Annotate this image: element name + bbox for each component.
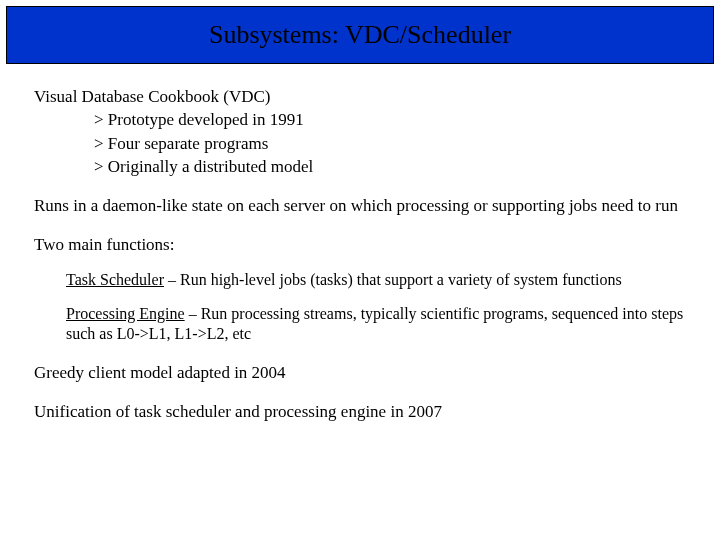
two-main-functions: Two main functions: <box>34 234 686 255</box>
slide-body: Visual Database Cookbook (VDC) > Prototy… <box>0 64 720 422</box>
vdc-heading: Visual Database Cookbook (VDC) <box>34 86 686 107</box>
vdc-bullet-3: > Originally a distributed model <box>94 156 686 177</box>
slide: Subsystems: VDC/Scheduler Visual Databas… <box>0 6 720 540</box>
unification-line: Unification of task scheduler and proces… <box>34 401 686 422</box>
task-scheduler-desc: – Run high-level jobs (tasks) that suppo… <box>164 271 622 288</box>
vdc-bullet-1: > Prototype developed in 1991 <box>94 109 686 130</box>
task-scheduler-line: Task Scheduler – Run high-level jobs (ta… <box>66 270 686 290</box>
title-bar: Subsystems: VDC/Scheduler <box>6 6 714 64</box>
processing-engine-label: Processing Engine <box>66 305 185 322</box>
vdc-bullet-2: > Four separate programs <box>94 133 686 154</box>
greedy-line: Greedy client model adapted in 2004 <box>34 362 686 383</box>
slide-title: Subsystems: VDC/Scheduler <box>209 20 511 50</box>
processing-engine-line: Processing Engine – Run processing strea… <box>66 304 686 344</box>
functions-block: Task Scheduler – Run high-level jobs (ta… <box>66 270 686 344</box>
daemon-paragraph: Runs in a daemon-like state on each serv… <box>34 195 686 216</box>
task-scheduler-label: Task Scheduler <box>66 271 164 288</box>
